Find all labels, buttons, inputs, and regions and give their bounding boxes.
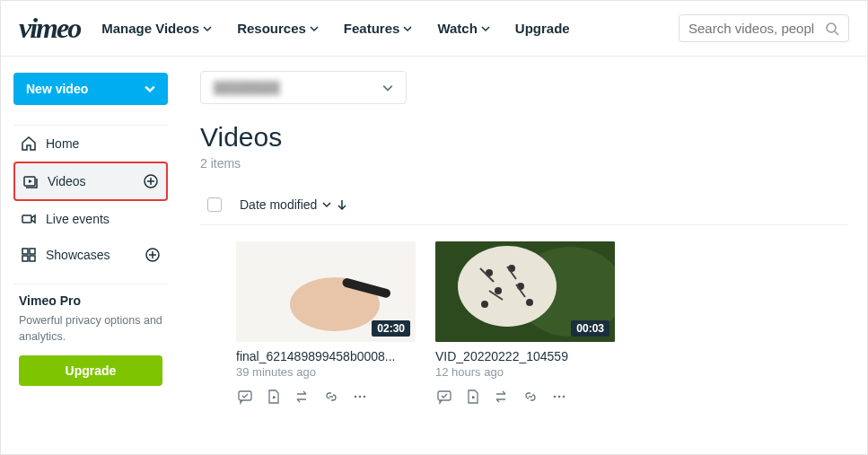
svg-line-1 <box>835 31 838 35</box>
nav-label: Upgrade <box>515 21 570 36</box>
sidebar-item-videos[interactable]: Videos <box>13 162 168 201</box>
search-icon <box>825 22 839 36</box>
nav-label: Watch <box>437 21 477 36</box>
promo-panel: Vimeo Pro Powerful privacy options and a… <box>13 284 168 395</box>
chevron-down-icon <box>310 24 319 33</box>
svg-rect-10 <box>30 256 35 261</box>
sidebar-item-label: Videos <box>48 174 86 188</box>
svg-point-0 <box>827 23 836 32</box>
sort-label: Date modified <box>240 197 317 212</box>
promo-title: Vimeo Pro <box>19 293 162 308</box>
video-actions <box>435 388 615 406</box>
sidebar-item-showcases[interactable]: Showcases <box>13 237 168 273</box>
sidebar: New video Home Videos Live events Showca… <box>1 57 180 452</box>
plus-circle-icon[interactable] <box>145 247 161 263</box>
svg-point-33 <box>558 396 561 398</box>
svg-point-34 <box>563 396 566 398</box>
vimeo-logo[interactable]: vimeo <box>19 12 80 45</box>
sidebar-item-home[interactable]: Home <box>13 126 168 162</box>
home-icon <box>21 136 37 152</box>
scope-select[interactable]: ████████ <box>200 71 407 104</box>
video-time-ago: 39 minutes ago <box>236 365 416 379</box>
video-title: VID_20220222_104559 <box>435 349 615 363</box>
nav-label: Resources <box>237 21 306 36</box>
new-video-button[interactable]: New video <box>13 73 168 105</box>
video-icon <box>22 173 39 189</box>
top-nav: Manage Videos Resources Features Watch U… <box>101 21 657 36</box>
svg-point-29 <box>481 301 488 308</box>
chevron-down-icon <box>322 200 331 209</box>
plus-circle-icon[interactable] <box>143 173 159 189</box>
video-actions <box>236 388 416 406</box>
svg-point-20 <box>359 396 362 398</box>
video-title: final_621489899458b0008... <box>236 349 416 363</box>
nav-manage-videos[interactable]: Manage Videos <box>101 21 212 36</box>
sidebar-list: Home Videos Live events Showcases <box>13 125 168 273</box>
main-content: ████████ Videos 2 items Date modified <box>180 57 867 452</box>
svg-rect-18 <box>239 391 251 400</box>
svg-rect-8 <box>30 249 35 254</box>
search-box[interactable] <box>679 14 849 42</box>
svg-rect-7 <box>22 249 28 254</box>
svg-point-21 <box>364 396 366 398</box>
svg-point-32 <box>554 396 557 398</box>
scope-value: ████████ <box>214 81 280 94</box>
svg-point-27 <box>495 287 502 294</box>
item-count: 2 items <box>200 156 847 171</box>
promo-text: Powerful privacy options and analytics. <box>19 313 162 345</box>
chevron-down-icon <box>203 24 212 33</box>
video-card[interactable]: 00:03 VID_20220222_104559 12 hours ago <box>435 241 615 406</box>
sort-control[interactable]: Date modified <box>240 197 347 212</box>
sidebar-item-label: Live events <box>46 212 110 226</box>
svg-point-24 <box>458 246 557 327</box>
video-thumbnail[interactable]: 00:03 <box>435 241 615 342</box>
chevron-down-icon <box>145 83 155 94</box>
svg-point-19 <box>355 396 357 398</box>
transfer-icon[interactable] <box>493 388 511 406</box>
chevron-down-icon <box>382 83 393 93</box>
page-title: Videos <box>200 122 847 153</box>
nav-label: Features <box>344 21 400 36</box>
chevron-down-icon <box>403 24 412 33</box>
svg-point-30 <box>526 299 533 306</box>
more-icon[interactable] <box>351 388 369 406</box>
link-icon[interactable] <box>322 388 340 406</box>
video-duration: 00:03 <box>571 320 609 337</box>
sidebar-item-live-events[interactable]: Live events <box>13 201 168 237</box>
comment-icon[interactable] <box>435 388 453 406</box>
select-all-checkbox[interactable] <box>207 197 222 212</box>
live-icon <box>21 211 37 227</box>
file-icon[interactable] <box>464 388 482 406</box>
video-card[interactable]: 02:30 final_621489899458b0008... 39 minu… <box>236 241 416 406</box>
sidebar-item-label: Showcases <box>46 248 110 262</box>
svg-rect-31 <box>438 391 451 400</box>
file-icon[interactable] <box>265 388 283 406</box>
search-input[interactable] <box>688 21 820 36</box>
more-icon[interactable] <box>550 388 568 406</box>
video-thumbnail[interactable]: 02:30 <box>236 241 416 342</box>
showcase-icon <box>21 247 37 263</box>
nav-upgrade[interactable]: Upgrade <box>515 21 570 36</box>
video-duration: 02:30 <box>372 320 410 337</box>
new-video-label: New video <box>26 82 88 96</box>
nav-resources[interactable]: Resources <box>237 21 319 36</box>
arrow-down-icon <box>337 199 347 210</box>
videos-grid: 02:30 final_621489899458b0008... 39 minu… <box>200 225 847 406</box>
transfer-icon[interactable] <box>294 388 311 406</box>
svg-rect-9 <box>22 256 28 261</box>
sidebar-item-label: Home <box>46 136 79 151</box>
link-icon[interactable] <box>522 388 539 406</box>
header: vimeo Manage Videos Resources Features W… <box>1 1 867 57</box>
comment-icon[interactable] <box>236 388 254 406</box>
nav-label: Manage Videos <box>101 21 199 36</box>
upgrade-button[interactable]: Upgrade <box>19 355 162 386</box>
video-time-ago: 12 hours ago <box>435 365 615 379</box>
list-header: Date modified <box>200 188 847 225</box>
nav-watch[interactable]: Watch <box>437 21 489 36</box>
nav-features[interactable]: Features <box>344 21 413 36</box>
chevron-down-icon <box>481 24 490 33</box>
svg-rect-6 <box>22 215 31 223</box>
